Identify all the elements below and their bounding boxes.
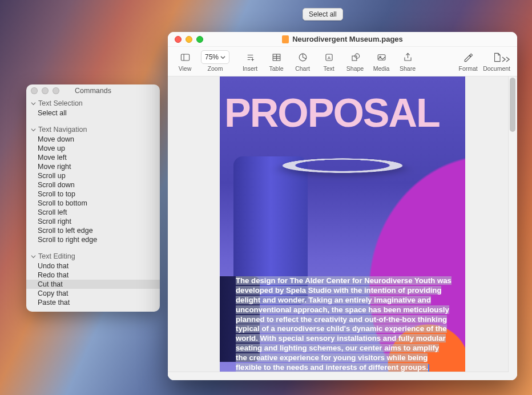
share-button[interactable]: Share [395, 49, 420, 73]
command-label: Scroll to top [38, 190, 75, 198]
text-button[interactable]: A Text [316, 49, 341, 73]
media-button[interactable]: Media [369, 49, 394, 73]
command-row[interactable]: Cut that [26, 280, 160, 289]
table-icon [268, 50, 284, 64]
toolbar-label: Chart [295, 65, 310, 72]
command-row[interactable]: Redo that [26, 271, 160, 280]
command-row[interactable]: Scroll up [26, 171, 160, 180]
commands-titlebar[interactable]: Commands [26, 84, 160, 97]
scrollbar-thumb[interactable] [510, 78, 515, 132]
command-label: Undo that [38, 262, 68, 270]
format-icon [460, 50, 476, 64]
toolbar-label: View [179, 65, 192, 72]
command-row[interactable]: Move right [26, 162, 160, 171]
shape-button[interactable]: Shape [342, 49, 368, 73]
command-label: Scroll to left edge [38, 227, 93, 235]
command-label: Move down [38, 135, 74, 143]
section-text-selection[interactable]: Text Selection [26, 97, 160, 108]
toolbar-label: Format [459, 65, 478, 72]
section-text-editing[interactable]: Text Editing [26, 250, 160, 261]
section-label: Text Navigation [38, 126, 87, 134]
command-row[interactable]: Move up [26, 144, 160, 153]
command-row[interactable]: Select all [26, 108, 160, 118]
text-cursor [428, 364, 429, 372]
vertical-scrollbar[interactable] [508, 76, 517, 380]
toolbar-label: Document [483, 65, 510, 72]
command-row[interactable]: Scroll right [26, 217, 160, 226]
minimize-icon[interactable] [186, 36, 192, 43]
command-label: Scroll to bottom [38, 199, 87, 207]
command-row[interactable]: Copy that [26, 289, 160, 298]
insert-button[interactable]: Insert [237, 49, 263, 73]
window-controls [31, 87, 59, 94]
command-label: Copy that [38, 289, 68, 297]
command-label: Select all [38, 109, 67, 117]
close-icon[interactable] [175, 36, 182, 43]
toolbar-overflow[interactable] [501, 55, 511, 65]
voice-command-tooltip: Select all [303, 8, 343, 21]
tooltip-text: Select all [309, 10, 337, 18]
horizontal-scrollbar[interactable] [168, 372, 509, 380]
toolbar-label: Table [269, 65, 283, 72]
command-row[interactable]: Move down [26, 135, 160, 144]
document-title-text: Neurodivergent Museum.pages [292, 35, 403, 43]
section-text-navigation[interactable]: Text Navigation [26, 123, 160, 135]
insert-icon [242, 50, 258, 64]
selected-text: The design for The Alder Center for Neur… [236, 276, 452, 372]
zoom-icon[interactable] [196, 36, 203, 43]
command-row[interactable]: Scroll to right edge [26, 235, 160, 244]
command-label: Scroll to right edge [38, 236, 97, 244]
svg-text:A: A [327, 55, 331, 60]
page-heading[interactable]: PROPOSAL [220, 90, 465, 136]
page-body-text[interactable]: The design for The Alder Center for Neur… [236, 276, 452, 373]
command-label: Scroll right [38, 217, 71, 225]
zoom-dropdown[interactable]: 75% Zoom [199, 49, 232, 73]
chart-button[interactable]: Chart [290, 49, 315, 73]
toolbar-label: Insert [243, 65, 257, 72]
minimize-icon[interactable] [42, 87, 49, 94]
command-row[interactable]: Move left [26, 153, 160, 162]
chevron-down-icon [31, 127, 36, 132]
command-row[interactable]: Scroll left [26, 208, 160, 217]
table-button[interactable]: Table [264, 49, 289, 73]
command-row[interactable]: Scroll to top [26, 190, 160, 199]
command-row[interactable]: Scroll down [26, 180, 160, 190]
media-icon [373, 50, 389, 64]
command-label: Move right [38, 163, 71, 171]
svg-rect-16 [378, 54, 385, 60]
section-label: Text Editing [38, 252, 75, 260]
command-row[interactable]: Scroll to left edge [26, 226, 160, 235]
toolbar-label: Media [373, 65, 390, 72]
pages-app-window: Neurodivergent Museum.pages View 75% Zoo… [168, 32, 517, 380]
command-row[interactable]: Paste that [26, 298, 160, 307]
zoom-icon[interactable] [53, 87, 59, 94]
command-label: Paste that [38, 299, 70, 307]
zoom-value: 75% [201, 50, 229, 64]
command-label: Scroll left [38, 208, 67, 216]
document-canvas[interactable]: PROPOSAL The design for The Alder Center… [168, 76, 517, 380]
document-title: Neurodivergent Museum.pages [282, 35, 403, 43]
svg-rect-0 [181, 54, 189, 60]
chevron-down-icon [31, 254, 36, 259]
command-label: Redo that [38, 271, 68, 279]
format-button[interactable]: Format [456, 49, 481, 73]
toolbar-label: Zoom [208, 65, 223, 72]
pages-titlebar[interactable]: Neurodivergent Museum.pages [168, 32, 517, 47]
command-label: Scroll down [38, 181, 75, 189]
shape-icon [347, 50, 363, 64]
chevron-down-icon [220, 55, 225, 60]
command-row[interactable]: Scroll to bottom [26, 199, 160, 208]
section-label: Text Selection [38, 99, 83, 107]
command-row[interactable]: Undo that [26, 261, 160, 271]
pages-file-icon [282, 35, 289, 43]
document-page[interactable]: PROPOSAL The design for The Alder Center… [220, 76, 465, 380]
close-icon[interactable] [31, 87, 38, 94]
command-label: Move left [38, 154, 67, 162]
toolbar-label: Share [400, 65, 416, 72]
view-button[interactable]: View [172, 49, 198, 73]
commands-palette-window: Commands Text Selection Select all Text … [26, 84, 160, 312]
toolbar: View 75% Zoom Insert Table Chart A Text [168, 47, 517, 76]
command-label: Cut that [38, 280, 63, 288]
chevron-down-icon [31, 101, 36, 106]
command-label: Scroll up [38, 172, 66, 180]
